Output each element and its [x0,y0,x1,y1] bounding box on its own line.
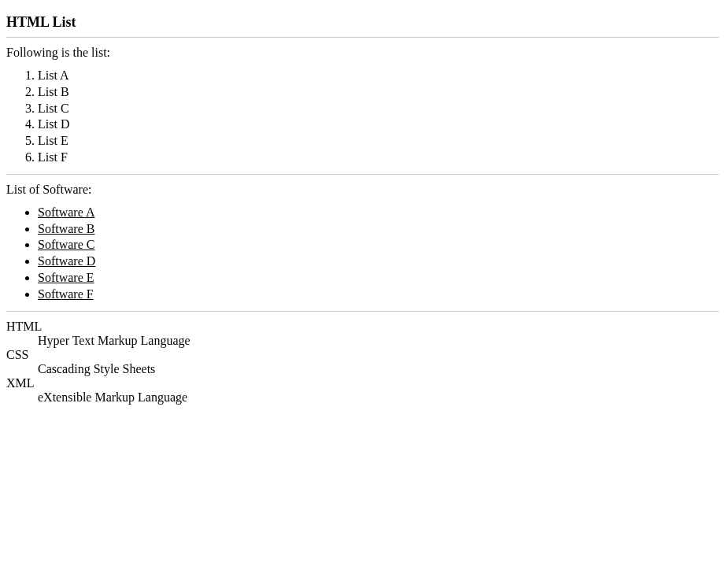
software-link[interactable]: Software A [38,205,94,219]
definition-term: XML [6,376,719,390]
definition-list: HTMLHyper Text Markup LanguageCSSCascadi… [6,320,719,405]
software-link[interactable]: Software E [38,271,94,284]
software-link[interactable]: Software C [38,238,94,251]
list-item: List F [38,150,719,166]
list-item: Software F [38,287,719,303]
divider [6,311,719,312]
definition-desc: Cascading Style Sheets [38,362,719,376]
divider [6,174,719,175]
software-link[interactable]: Software F [38,287,94,301]
list-item: List C [38,101,719,117]
list-item: Software B [38,221,719,238]
list-item: List B [38,84,719,101]
list-item: Software D [38,253,719,270]
software-link[interactable]: Software B [38,222,94,235]
definition-desc: eXtensible Markup Language [38,390,719,405]
software-list-intro: List of Software: [6,183,719,197]
list-item: List E [38,133,719,150]
definition-term: HTML [6,320,719,334]
list-item: List D [38,116,719,133]
list-item: Software A [38,205,719,221]
list-item: Software E [38,270,719,287]
list-item: Software C [38,237,719,253]
software-list: Software ASoftware BSoftware CSoftware D… [6,205,719,303]
list-item: List A [38,68,719,84]
ordered-list: List AList BList CList DList EList F [6,68,719,166]
software-link[interactable]: Software D [38,254,95,268]
divider [6,37,719,38]
page-title: HTML List [6,14,719,31]
ordered-list-intro: Following is the list: [6,46,719,60]
definition-term: CSS [6,348,719,362]
definition-desc: Hyper Text Markup Language [38,334,719,348]
